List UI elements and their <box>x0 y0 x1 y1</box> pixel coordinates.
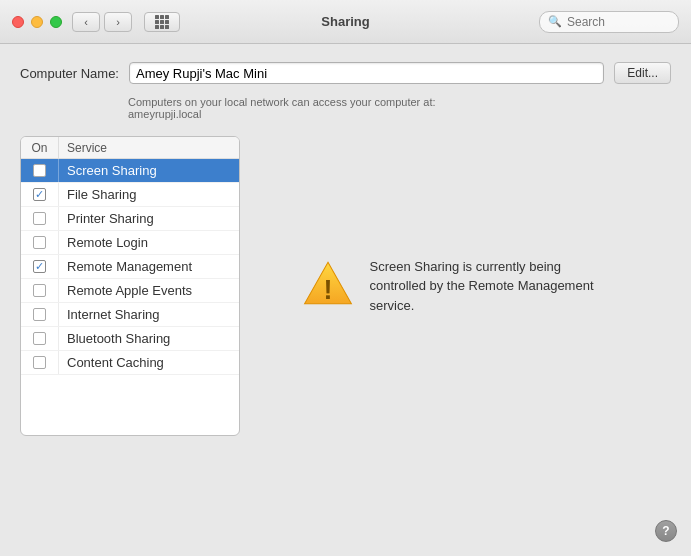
service-name: Content Caching <box>59 355 164 370</box>
search-icon: 🔍 <box>548 15 562 28</box>
help-button[interactable]: ? <box>655 520 677 542</box>
service-name: Remote Apple Events <box>59 283 192 298</box>
service-row[interactable]: Content Caching <box>21 351 239 375</box>
service-checkbox-cell <box>21 159 59 182</box>
svg-text:!: ! <box>323 274 332 304</box>
service-row[interactable]: Remote Apple Events <box>21 279 239 303</box>
service-checkbox[interactable]: ✓ <box>33 188 46 201</box>
maximize-button[interactable] <box>50 16 62 28</box>
service-name: Screen Sharing <box>59 163 157 178</box>
warning-icon: ! <box>302 257 354 309</box>
service-row[interactable]: ✓Remote Management <box>21 255 239 279</box>
service-row[interactable]: Internet Sharing <box>21 303 239 327</box>
warning-text: Screen Sharing is currently being contro… <box>370 257 610 316</box>
minimize-button[interactable] <box>31 16 43 28</box>
service-checkbox-cell <box>21 231 59 254</box>
service-checkbox[interactable] <box>33 284 46 297</box>
service-rows-container: Screen Sharing✓File SharingPrinter Shari… <box>21 159 239 375</box>
main-content: Computer Name: Edit... Computers on your… <box>0 44 691 454</box>
service-name: Bluetooth Sharing <box>59 331 170 346</box>
service-row[interactable]: Remote Login <box>21 231 239 255</box>
service-checkbox[interactable] <box>33 236 46 249</box>
service-checkbox-cell: ✓ <box>21 183 59 206</box>
edit-button[interactable]: Edit... <box>614 62 671 84</box>
window-title: Sharing <box>321 14 369 29</box>
service-checkbox-cell <box>21 279 59 302</box>
service-checkbox-cell <box>21 303 59 326</box>
header-on: On <box>21 137 59 158</box>
service-name: Remote Management <box>59 259 192 274</box>
header-service: Service <box>59 137 239 158</box>
grid-view-button[interactable] <box>144 12 180 32</box>
close-button[interactable] <box>12 16 24 28</box>
service-checkbox-cell: ✓ <box>21 255 59 278</box>
service-row[interactable]: Printer Sharing <box>21 207 239 231</box>
service-checkbox-cell <box>21 207 59 230</box>
services-panel: On Service Screen Sharing✓File SharingPr… <box>20 136 671 436</box>
service-name: Printer Sharing <box>59 211 154 226</box>
network-info-text: Computers on your local network can acce… <box>128 96 436 108</box>
right-panel: ! Screen Sharing is currently being cont… <box>240 136 671 436</box>
service-checkbox-cell <box>21 351 59 374</box>
service-row[interactable]: Bluetooth Sharing <box>21 327 239 351</box>
computer-name-input[interactable] <box>129 62 604 84</box>
service-name: Remote Login <box>59 235 148 250</box>
service-name: Internet Sharing <box>59 307 160 322</box>
forward-button[interactable]: › <box>104 12 132 32</box>
traffic-lights <box>12 16 62 28</box>
local-address: ameyrupji.local <box>128 108 201 120</box>
grid-icon <box>155 15 169 29</box>
services-list: On Service Screen Sharing✓File SharingPr… <box>20 136 240 436</box>
search-box[interactable]: 🔍 <box>539 11 679 33</box>
service-checkbox[interactable] <box>33 164 46 177</box>
service-name: File Sharing <box>59 187 136 202</box>
computer-name-label: Computer Name: <box>20 66 119 81</box>
service-row[interactable]: ✓File Sharing <box>21 183 239 207</box>
network-info: Computers on your local network can acce… <box>128 96 671 120</box>
services-header: On Service <box>21 137 239 159</box>
service-checkbox[interactable] <box>33 356 46 369</box>
service-row[interactable]: Screen Sharing <box>21 159 239 183</box>
computer-name-row: Computer Name: Edit... <box>20 62 671 84</box>
back-button[interactable]: ‹ <box>72 12 100 32</box>
service-checkbox-cell <box>21 327 59 350</box>
service-checkbox[interactable]: ✓ <box>33 260 46 273</box>
service-checkbox[interactable] <box>33 308 46 321</box>
warning-box: ! Screen Sharing is currently being cont… <box>302 257 610 316</box>
title-bar: ‹ › Sharing 🔍 <box>0 0 691 44</box>
service-checkbox[interactable] <box>33 332 46 345</box>
search-input[interactable] <box>567 15 670 29</box>
nav-buttons: ‹ › <box>72 12 132 32</box>
service-checkbox[interactable] <box>33 212 46 225</box>
